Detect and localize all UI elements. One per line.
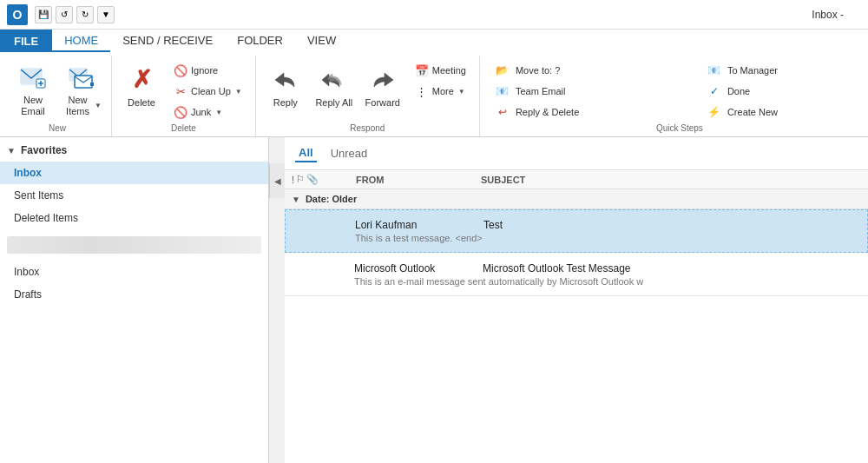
sidebar-item-drafts[interactable]: Drafts <box>0 283 268 306</box>
cleanup-icon: ✂ <box>174 84 187 98</box>
reply-all-label: Reply All <box>315 97 352 109</box>
attachment-col-header: 📎 <box>306 174 319 185</box>
ribbon-group-new: New Email New Items ▼ New <box>3 56 112 136</box>
sidebar-collapse-button[interactable]: ◀ <box>269 163 285 198</box>
filter-unread[interactable]: Unread <box>327 145 372 162</box>
filter-all[interactable]: All <box>295 144 317 162</box>
meeting-icon: 📅 <box>415 63 429 77</box>
favorites-collapse-arrow[interactable]: ▼ <box>7 146 16 155</box>
team-email-button[interactable]: 📧 Team Email <box>487 82 695 101</box>
new-email-label: New Email <box>13 95 53 117</box>
reply-delete-button[interactable]: ↩ Reply & Delete <box>487 103 695 122</box>
new-items-with-arrow: New Items ▼ <box>62 95 102 117</box>
email-list-header: ! ⚐ 📎 FROM SUBJECT <box>285 170 868 189</box>
meeting-button[interactable]: 📅 Meeting <box>409 61 472 80</box>
window-title: Inbox - <box>812 9 861 21</box>
new-items-button[interactable]: New Items ▼ <box>59 59 104 122</box>
move-to-label: Move to: ? <box>516 65 560 76</box>
delete-button[interactable]: ✗ Delete <box>119 59 164 116</box>
title-bar-left: O 💾 ↺ ↻ ▼ <box>7 4 115 25</box>
header-icons: ! ⚐ 📎 <box>292 174 352 185</box>
forward-button[interactable]: Forward <box>360 59 405 116</box>
forward-label: Forward <box>365 97 400 109</box>
ignore-icon: 🚫 <box>174 63 187 77</box>
more-dropdown-arrow: ▼ <box>458 88 465 96</box>
redo-button[interactable]: ↻ <box>76 6 94 23</box>
menu-bar: FILE HOME SEND / RECEIVE FOLDER VIEW <box>0 30 868 52</box>
ribbon: New Email New Items ▼ New <box>0 52 868 137</box>
reply-delete-icon: ↩ <box>495 104 510 120</box>
filter-bar: All Unread <box>285 137 868 170</box>
date-group-arrow[interactable]: ▼ <box>292 195 300 204</box>
favorites-label: Favorites <box>21 144 67 156</box>
home-tab[interactable]: HOME <box>52 30 110 52</box>
quick-access-save[interactable]: 💾 <box>35 6 52 23</box>
quick-steps-group-label: Quick Steps <box>487 122 868 136</box>
to-manager-icon: 📧 <box>707 63 722 78</box>
email-preview-1: This is a test message. <end> <box>355 233 860 243</box>
create-new-button[interactable]: ⚡ Create New <box>699 103 868 122</box>
delete-label: Delete <box>128 97 155 109</box>
subject-col-header: SUBJECT <box>481 175 861 185</box>
ribbon-group-respond: Reply Reply All Forward <box>256 56 480 136</box>
move-to-button[interactable]: 📂 Move to: ? <box>487 61 695 80</box>
reply-all-icon <box>320 66 348 94</box>
junk-label: Junk <box>191 107 211 117</box>
undo-button[interactable]: ↺ <box>56 6 73 23</box>
cleanup-dropdown-arrow: ▼ <box>235 88 242 96</box>
sidebar-item-deleted[interactable]: Deleted Items <box>0 207 268 229</box>
send-receive-tab[interactable]: SEND / RECEIVE <box>110 30 225 52</box>
email-row-2-top: Microsoft Outlook Microsoft Outlook Test… <box>354 262 861 274</box>
junk-dropdown-arrow: ▼ <box>215 109 222 116</box>
new-items-icon <box>68 63 95 91</box>
more-icon: ⋮ <box>415 84 429 98</box>
title-bar: O 💾 ↺ ↻ ▼ Inbox - <box>0 0 868 30</box>
importance-col-header: ! <box>292 175 294 185</box>
quick-steps-left: 📂 Move to: ? 📧 Team Email ↩ Reply & Dele… <box>487 59 695 122</box>
quick-steps-right: 📧 To Manager ✓ Done ⚡ Create New <box>699 59 868 122</box>
email-list-pane: All Unread ! ⚐ 📎 FROM SUBJECT ▼ Date: Ol… <box>285 137 868 463</box>
new-items-label: New Items <box>62 95 94 117</box>
ignore-button[interactable]: 🚫 Ignore <box>168 61 248 80</box>
email-row-1[interactable]: Lori Kaufman Test This is a test message… <box>285 209 868 253</box>
from-col-header: FROM <box>356 175 477 185</box>
view-tab[interactable]: VIEW <box>295 30 348 52</box>
new-group-label: New <box>10 122 104 136</box>
new-email-icon <box>19 63 47 91</box>
junk-button[interactable]: 🚫 Junk ▼ <box>168 103 248 122</box>
title-bar-actions: 💾 ↺ ↻ ▼ <box>35 6 115 23</box>
file-tab[interactable]: FILE <box>0 30 52 52</box>
email-preview-2: This is an e-mail message sent automatic… <box>354 276 861 287</box>
folder-tab[interactable]: FOLDER <box>225 30 295 52</box>
cleanup-button[interactable]: ✂ Clean Up ▼ <box>168 82 248 101</box>
create-new-icon: ⚡ <box>707 104 722 120</box>
forward-icon <box>369 66 397 94</box>
sidebar: ▼ Favorites Inbox Sent Items Deleted Ite… <box>0 137 269 463</box>
to-manager-button[interactable]: 📧 To Manager <box>699 61 868 80</box>
to-manager-label: To Manager <box>727 65 778 76</box>
done-button[interactable]: ✓ Done <box>699 82 868 101</box>
svg-rect-5 <box>75 76 92 88</box>
email-subject-2: Microsoft Outlook Test Message <box>483 262 861 274</box>
new-email-button[interactable]: New Email <box>10 59 56 122</box>
create-new-label: Create New <box>727 107 778 117</box>
flag-col-header: ⚐ <box>296 174 305 185</box>
respond-group-label: Respond <box>263 122 472 136</box>
new-items-dropdown-arrow: ▼ <box>95 102 102 110</box>
more-label: More <box>432 86 454 96</box>
outlook-letter: O <box>13 8 23 22</box>
reply-all-button[interactable]: Reply All <box>312 59 357 116</box>
date-group-label: Date: Older <box>306 194 357 204</box>
reply-button[interactable]: Reply <box>263 59 308 116</box>
more-button[interactable]: ⋮ More ▼ <box>409 82 472 101</box>
ribbon-group-quick-steps: 📂 Move to: ? 📧 Team Email ↩ Reply & Dele… <box>480 56 868 136</box>
sidebar-item-inbox[interactable]: Inbox <box>0 261 268 283</box>
email-row-2[interactable]: Microsoft Outlook Microsoft Outlook Test… <box>285 253 868 296</box>
sidebar-item-sent[interactable]: Sent Items <box>0 184 268 207</box>
reply-label: Reply <box>273 97 298 109</box>
customize-btn[interactable]: ▼ <box>97 6 115 23</box>
reply-delete-label: Reply & Delete <box>516 107 579 117</box>
team-email-icon: 📧 <box>495 83 510 99</box>
reply-icon <box>272 66 299 94</box>
sidebar-item-inbox-fav[interactable]: Inbox <box>0 162 268 184</box>
